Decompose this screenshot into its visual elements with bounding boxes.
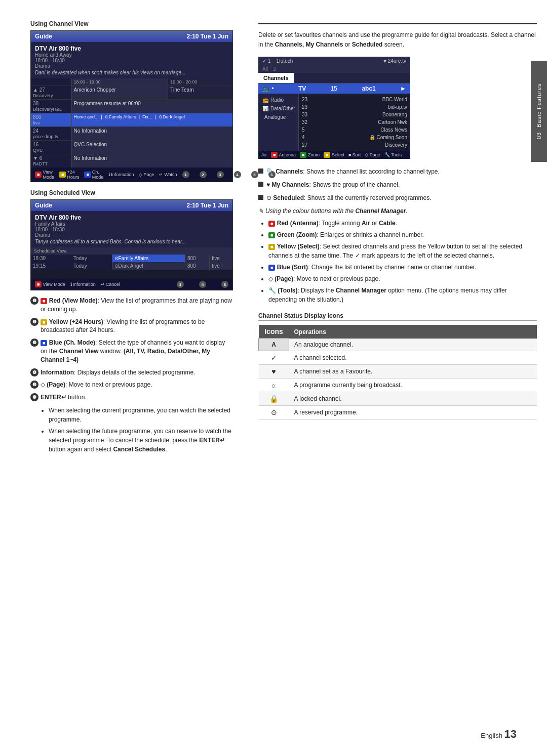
sidebar-item-radio[interactable]: 📻 Radio (258, 96, 298, 104)
bullet-mychannels: ♥ My Channels: Shows the group of the ch… (258, 180, 537, 189)
channel-sidebar: 📻 Radio 📊 Data/Other Analogue (258, 94, 299, 151)
numbered-item-3: ❸ ■ Blue (Ch. Mode): Select the type of … (30, 339, 233, 364)
ch-row-bidup[interactable]: 23 bid-up.tv (299, 103, 410, 111)
status-icons-title: Channel Status Display Icons (258, 312, 537, 321)
bullet-square-scheduled (258, 195, 263, 200)
footer-btn-select: ■ (324, 152, 330, 158)
numbered-item-2: ❷ ■ Yellow (+24 Hours): Viewing the list… (30, 318, 233, 335)
bullet-square-channels (258, 169, 263, 174)
sub-bullet-select: ■ Yellow (Select): Select desired channe… (268, 242, 537, 260)
num-circle-5: ❺ (30, 381, 38, 389)
scheduled-guide-title: Guide (35, 202, 52, 209)
guide-num-3: 3 (217, 171, 224, 178)
channel-tv-label: TV (298, 85, 306, 92)
scheduled-info-desc: Tanya confesses all to a stunned Babs. C… (35, 239, 228, 244)
ch-row-boonerang[interactable]: 33 Boonerang (299, 111, 410, 118)
scheduled-num-4: 4 (199, 281, 206, 288)
bullet-channels: 🔍 Channels: Shows the channel list accor… (258, 167, 537, 176)
scheduled-footer: ■ View Mode ℹ Information ↵ Cancel 1 4 6 (31, 279, 232, 290)
sub-bullet-zoom: ■ Green (Zoom): Enlarges or shrinks a ch… (268, 230, 537, 239)
guide-col-header1: 18:00 - 19:00 (71, 78, 168, 86)
table-header-icons: Icons (259, 325, 289, 339)
channel-main-list: 23 BBC World 23 bid-up.tv 33 Boonerang 3… (299, 94, 410, 151)
chapter-num: 03 (536, 132, 542, 139)
table-header-operations: Operations (289, 325, 537, 339)
channel-tabs: Channels (258, 73, 410, 83)
status-row-locked: 🔒 A locked channel. (259, 392, 537, 406)
guide-channel-table: 18:00 - 19:00 19:00 - 20:00 ▲ 27Discover… (31, 78, 232, 167)
ch-num-bidup: 23 (302, 104, 307, 110)
channel-list-check: ✓ 1 1futech (262, 58, 293, 64)
scheduled-row-2: 19:15 Today ⊙Dark Angel 800 five (31, 262, 232, 270)
sidebar-item-data[interactable]: 📊 Data/Other (258, 104, 298, 113)
icon-locked: 🔒 (259, 392, 289, 406)
btn-yellow-24h: ■ (59, 172, 66, 178)
scheduled-cancel-icon: ↵ (101, 282, 105, 287)
scheduled-info-icon: ℹ (70, 282, 72, 287)
ch-name-classnews: Class News (380, 127, 407, 133)
channel-tv-row[interactable]: 📺 • TV 15 abc1 ► (258, 83, 410, 94)
guide-info-subtitle: Home and Away (35, 52, 228, 58)
sidebar-item-analogue[interactable]: Analogue (258, 113, 298, 121)
watch-icon: ↵ (159, 172, 163, 177)
scheduled-num-6: 6 (221, 281, 228, 288)
channel-view-guide-box: Guide 2:10 Tue 1 Jun DTV Air 800 five Ho… (30, 30, 233, 182)
channel-list-alt: ♥ 24ore.tv (383, 58, 406, 64)
channel-manager-title (258, 20, 537, 24)
channel-view-label: Using Channel View (30, 20, 233, 27)
guide-time: 2:10 Tue 1 Jun (187, 33, 228, 40)
item-1-text: ■ Red (View Mode): View the list of prog… (41, 297, 233, 314)
scheduled-view-tag: Scheduled View (31, 247, 232, 255)
item-3-text: ■ Blue (Ch. Mode): Select the type of ch… (41, 339, 233, 364)
channel-list-row2: All2 (258, 65, 410, 73)
ch-row-discovery[interactable]: 27 Discovery (299, 141, 410, 149)
ch-row-bbc[interactable]: 23 BBC World (299, 96, 410, 103)
guide-info-desc: Dani is devastated when scott makes clea… (35, 70, 228, 75)
page-number: 13 (504, 728, 517, 740)
op-reserved: A reserved programme. (289, 406, 537, 419)
footer-air-label: Air (261, 152, 267, 157)
footer-btn-antenna: ■ (271, 152, 278, 158)
num-circle-3: ❸ (30, 339, 38, 347)
op-analogue: An analogue channel. (289, 339, 537, 351)
ch-num-classnews: 5 (302, 127, 305, 133)
guide-row-pricedrop: 24price-drop.tv No Information (31, 127, 232, 141)
guide-row-discoveryhk: 38DiscoveryH&L Programmes resume at 06:0… (31, 100, 232, 113)
sub-bullet-tools: 🔧 (Tools): Displays the Channel Manager … (268, 286, 537, 304)
sidebar-data-label: Data/Other (270, 106, 295, 111)
numbered-item-6: ❻ ENTER↵ button. (30, 393, 233, 402)
ch-row-comingsoon[interactable]: 4 🔒 Coming Soon (299, 134, 410, 141)
ch-row-classnews[interactable]: 5 Class News (299, 126, 410, 134)
info-icon: ℹ (108, 172, 110, 177)
numbered-items-section: ❶ ■ Red (View Mode): View the list of pr… (30, 297, 233, 454)
tab-channels[interactable]: Channels (258, 73, 294, 83)
footer-btn-zoom: ■ (300, 152, 306, 158)
scheduled-info-subtitle: Family Affairs (35, 221, 228, 227)
op-broadcast: A programme currently being broadcast. (289, 379, 537, 392)
guide-footer: ■ View Mode ■ +24 Hours ■ Ch. Mode ℹ Inf… (31, 167, 232, 182)
status-row-favourite: ♥ A channel set as a Favourite. (259, 365, 537, 379)
channel-body: 📻 Radio 📊 Data/Other Analogue 2 (258, 94, 410, 151)
ch-row-cartoon[interactable]: 32 Cartoon Nwk (299, 118, 410, 126)
scheduled-btn-red: ■ (35, 281, 42, 287)
channel-tv-icon: 📺 • (262, 85, 274, 92)
scheduled-num-1: 1 (177, 281, 184, 288)
footer-sort: ■ Sort (348, 152, 361, 157)
item-4-text: Information: Displays details of the sel… (41, 368, 233, 377)
channel-manager-description: Delete or set favourites channels and us… (258, 30, 537, 50)
bullet-scheduled: ⊙ Scheduled: Shows all the currently res… (258, 193, 537, 202)
btn-red-viewmode: ■ (35, 172, 42, 178)
enter-sub-2: When selecting the future programme, you… (49, 427, 233, 454)
icon-analogue: A (259, 339, 289, 351)
ch-num-comingsoon: 4 (302, 135, 305, 140)
sub-bullet-sort: ■ Blue (Sort): Change the list ordered b… (268, 263, 537, 272)
right-bullet-list: 🔍 Channels: Shows the channel list accor… (258, 167, 537, 202)
guide-title: Guide (35, 33, 52, 40)
guide-header: Guide 2:10 Tue 1 Jun (31, 31, 232, 42)
ch-num-cartoon: 32 (302, 119, 307, 125)
chapter-label: Basic Features (536, 83, 542, 128)
item-2-text: ■ Yellow (+24 Hours): Viewing the list o… (41, 318, 233, 335)
scheduled-row-1: 18:30 Today ⊙Family Affairs 800 five (31, 255, 232, 262)
guide-info-time: 18:00 - 18:30 (35, 58, 228, 63)
channel-tv-name: abc1 (362, 85, 375, 92)
